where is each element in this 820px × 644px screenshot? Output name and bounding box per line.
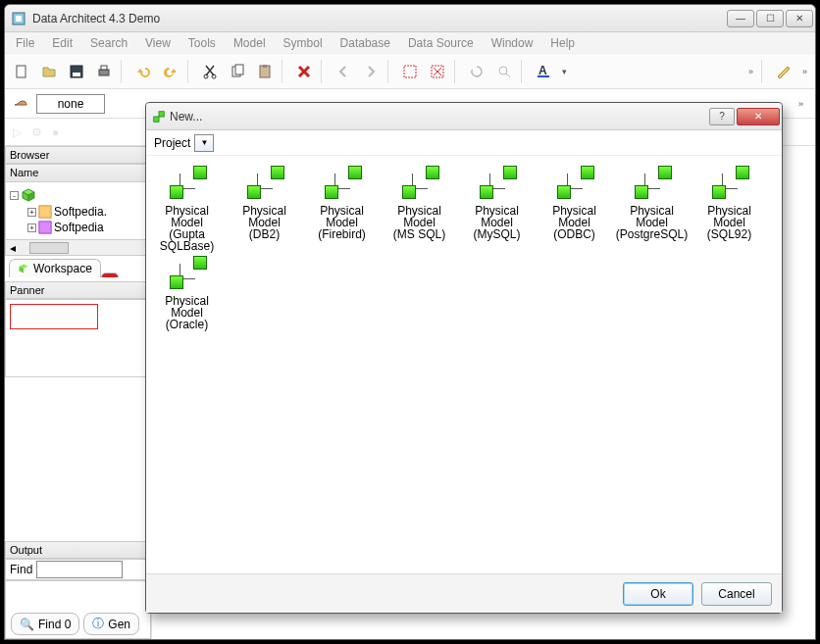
cut-icon[interactable] xyxy=(197,59,223,84)
scrollbar-thumb[interactable] xyxy=(29,242,69,254)
menu-data-source[interactable]: Data Source xyxy=(399,34,483,52)
browser-tabs: Workspace xyxy=(5,256,151,277)
template-item[interactable]: Physical Model(Gupta SQLBase) xyxy=(148,164,226,254)
tree-item[interactable]: + Softpedia xyxy=(10,220,146,235)
panner-view[interactable] xyxy=(5,299,151,377)
shoe-icon xyxy=(13,94,28,113)
svg-rect-12 xyxy=(263,65,267,68)
tab-label: Workspace xyxy=(33,262,92,275)
svg-rect-6 xyxy=(101,66,107,70)
left-panel: Browser Name - + Softpedia. + Softpedia xyxy=(5,146,152,639)
menu-help[interactable]: Help xyxy=(541,34,584,52)
collapse-icon[interactable]: - xyxy=(10,191,19,200)
copy-icon[interactable] xyxy=(225,59,250,84)
find-input[interactable] xyxy=(36,561,123,578)
separator xyxy=(121,60,127,83)
dropdown-icon[interactable]: ▾ xyxy=(558,67,571,76)
browser-tree[interactable]: - + Softpedia. + Softpedia xyxy=(6,182,150,239)
new-dialog: New... ? ✕ Project ▼ Physical Model(Gupt… xyxy=(145,102,783,614)
template-label: Physical Model(Gupta SQLBase) xyxy=(148,205,226,252)
open-icon[interactable] xyxy=(36,59,62,84)
menu-database[interactable]: Database xyxy=(332,34,399,52)
tab-workspace[interactable]: Workspace xyxy=(9,259,101,277)
expand-icon[interactable]: + xyxy=(27,223,36,232)
paste-icon[interactable] xyxy=(252,59,278,84)
physical-model-icon xyxy=(166,254,209,293)
svg-rect-4 xyxy=(73,73,80,76)
new-icon[interactable] xyxy=(9,59,34,84)
horizontal-scrollbar[interactable]: ◂ xyxy=(6,239,150,255)
undo-icon[interactable] xyxy=(130,59,156,84)
redo-icon[interactable] xyxy=(158,59,183,84)
project-dropdown[interactable]: ▼ xyxy=(194,134,214,152)
overflow-icon[interactable]: » xyxy=(798,67,811,76)
font-color-icon[interactable]: A xyxy=(531,59,556,84)
mode-selector[interactable]: none xyxy=(36,94,105,114)
forward-icon[interactable] xyxy=(358,59,384,84)
tree-item[interactable]: + Softpedia. xyxy=(10,204,146,220)
panner-header: Panner xyxy=(5,281,151,299)
menu-tools[interactable]: Tools xyxy=(179,34,225,52)
separator xyxy=(187,60,193,83)
cube-icon xyxy=(18,263,29,274)
tree-root[interactable]: - xyxy=(10,186,146,204)
menu-search[interactable]: Search xyxy=(81,34,136,52)
ok-button[interactable]: Ok xyxy=(623,582,693,606)
back-icon[interactable] xyxy=(331,59,356,84)
template-item[interactable]: Physical Model(MS SQL) xyxy=(381,164,458,254)
delete-icon[interactable] xyxy=(291,59,317,84)
output-header: Output xyxy=(5,541,151,559)
menu-symbol[interactable]: Symbol xyxy=(275,34,332,52)
dialog-titlebar[interactable]: New... ? ✕ xyxy=(146,103,782,130)
dialog-icon xyxy=(152,110,166,124)
expand-icon[interactable]: + xyxy=(27,208,36,217)
refresh-icon[interactable] xyxy=(464,59,489,84)
svg-text:A: A xyxy=(538,64,547,77)
svg-rect-13 xyxy=(404,66,416,77)
minimize-button[interactable]: — xyxy=(727,10,754,27)
name-column-header[interactable]: Name xyxy=(6,165,150,182)
zoom-icon[interactable] xyxy=(491,59,517,84)
dialog-title: New... xyxy=(166,110,707,124)
separator xyxy=(387,60,393,83)
template-item[interactable]: Physical Model(PostgreSQL) xyxy=(613,164,691,254)
gear-icon[interactable]: ⚙ xyxy=(31,125,42,139)
record-icon[interactable]: ● xyxy=(52,125,59,139)
deselect-icon[interactable] xyxy=(425,59,450,84)
panner-viewport[interactable] xyxy=(10,304,98,329)
dialog-help-button[interactable]: ? xyxy=(709,108,735,125)
close-button[interactable]: ✕ xyxy=(786,10,813,27)
menu-view[interactable]: View xyxy=(136,34,179,52)
menu-edit[interactable]: Edit xyxy=(43,34,81,52)
template-item[interactable]: Physical Model(DB2) xyxy=(226,164,303,254)
tab-find[interactable]: 🔍 Find 0 xyxy=(11,613,79,635)
svg-rect-26 xyxy=(154,117,159,122)
template-item[interactable]: Physical Model(Firebird) xyxy=(303,164,381,254)
menu-model[interactable]: Model xyxy=(225,34,275,52)
separator xyxy=(521,60,527,83)
print-icon[interactable] xyxy=(91,59,117,84)
format-icon[interactable] xyxy=(771,59,796,84)
play-icon[interactable]: ▷ xyxy=(13,125,22,139)
titlebar[interactable]: Data Architect 4.3 Demo — ☐ ✕ xyxy=(5,5,815,32)
separator xyxy=(761,60,767,83)
select-all-icon[interactable] xyxy=(397,59,423,84)
maximize-button[interactable]: ☐ xyxy=(756,10,784,27)
template-item[interactable]: Physical Model(MySQL) xyxy=(458,164,536,254)
template-label: Physical Model(MS SQL) xyxy=(381,205,458,240)
template-label: Physical Model(Firebird) xyxy=(303,205,381,240)
dialog-close-button[interactable]: ✕ xyxy=(737,108,780,125)
menu-window[interactable]: Window xyxy=(483,34,542,52)
search-icon: 🔍 xyxy=(20,618,34,631)
overflow-icon[interactable]: » xyxy=(794,99,807,109)
template-item[interactable]: Physical Model(SQL92) xyxy=(691,164,768,254)
menu-file[interactable]: File xyxy=(7,34,43,52)
overflow-icon[interactable]: » xyxy=(744,67,757,76)
tab-gen[interactable]: ⓘ Gen xyxy=(83,613,139,635)
tab-errors[interactable] xyxy=(101,272,119,277)
cancel-button[interactable]: Cancel xyxy=(701,582,772,606)
save-icon[interactable] xyxy=(64,59,89,84)
template-item[interactable]: Physical Model(Oracle) xyxy=(148,254,226,344)
template-item[interactable]: Physical Model(ODBC) xyxy=(536,164,613,254)
dialog-footer: Ok Cancel xyxy=(146,573,782,613)
